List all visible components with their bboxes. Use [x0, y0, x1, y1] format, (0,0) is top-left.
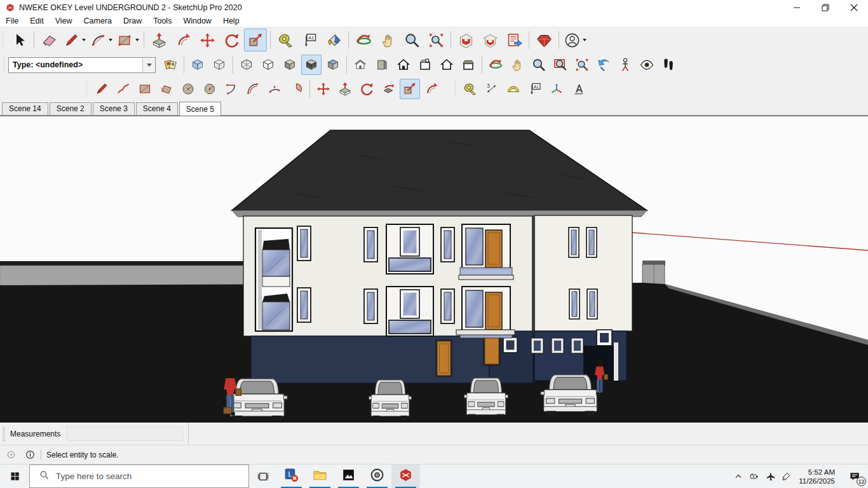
position-camera-button[interactable] — [615, 55, 635, 75]
pan-button[interactable] — [507, 55, 527, 75]
arc-fan-button[interactable] — [243, 79, 263, 99]
window-narrow[interactable] — [364, 289, 377, 323]
share-model-button[interactable] — [503, 29, 526, 51]
taskbar-app-photos[interactable] — [334, 464, 363, 488]
stairwell-window[interactable] — [255, 228, 292, 331]
tray-hidden-icons[interactable] — [730, 464, 746, 488]
line-dropdown-arrow[interactable] — [82, 39, 86, 41]
text3d-button[interactable] — [568, 79, 588, 99]
view-left-button[interactable] — [458, 55, 478, 75]
rotated-rect-button[interactable] — [156, 79, 177, 99]
view-right-button[interactable] — [372, 55, 392, 75]
close-button[interactable] — [839, 0, 868, 15]
sign-in-dropdown-arrow[interactable] — [583, 39, 587, 41]
view-front-button[interactable] — [393, 55, 414, 75]
taskbar-app-media-player[interactable] — [363, 464, 391, 488]
select-button[interactable] — [8, 29, 31, 51]
window-narrow[interactable] — [441, 289, 454, 323]
offset-button[interactable] — [421, 79, 442, 99]
previous-button[interactable] — [593, 55, 614, 75]
window-narrow[interactable] — [441, 227, 454, 262]
text-button[interactable]: A1 — [525, 79, 545, 99]
style-wireframe-button[interactable] — [236, 55, 257, 75]
menu-window[interactable]: Window — [177, 15, 217, 27]
zoom-button[interactable] — [400, 29, 423, 51]
walk-button[interactable] — [658, 55, 679, 75]
tray-pen-settings[interactable] — [778, 464, 794, 488]
style-xray-button[interactable] — [187, 55, 208, 75]
orbit-button[interactable] — [352, 29, 375, 51]
tape-button[interactable] — [460, 79, 480, 99]
underground-door-1[interactable] — [435, 339, 452, 377]
zoom-button[interactable] — [529, 55, 549, 75]
info-icon[interactable] — [22, 448, 38, 462]
pan-button[interactable] — [376, 29, 399, 51]
arc-3pt-button[interactable] — [264, 79, 285, 99]
model-canvas[interactable] — [0, 116, 868, 423]
style-backedges-button[interactable] — [209, 55, 229, 75]
taskbar-app-lumion[interactable]: L — [277, 464, 306, 488]
window-narrow[interactable] — [297, 226, 311, 261]
geolocation-icon[interactable] — [3, 448, 19, 462]
menu-help[interactable]: Help — [217, 15, 245, 27]
tray-battery-status[interactable] — [746, 464, 762, 488]
action-center-button[interactable]: 12 — [841, 464, 868, 488]
axes-button[interactable] — [546, 79, 567, 99]
menu-draw[interactable]: Draw — [118, 15, 147, 27]
view-back-button[interactable] — [437, 55, 457, 75]
freehand-button[interactable] — [113, 79, 133, 99]
menu-tools[interactable]: Tools — [147, 15, 177, 27]
taskbar-app-file-explorer[interactable] — [306, 464, 334, 488]
measurements-input[interactable] — [67, 426, 183, 441]
zoom-extents-button[interactable] — [424, 29, 447, 51]
ext-warehouse-button[interactable] — [454, 29, 477, 51]
toolbar-grip[interactable] — [86, 81, 88, 97]
tray-airplane-mode[interactable] — [762, 464, 778, 488]
tape-button[interactable] — [274, 29, 297, 51]
look-around-button[interactable] — [637, 55, 657, 75]
rotate-button[interactable] — [356, 79, 377, 99]
window-narrow[interactable] — [364, 227, 377, 262]
menu-view[interactable]: View — [50, 15, 78, 27]
scale-button[interactable] — [400, 79, 420, 99]
building[interactable] — [232, 130, 647, 383]
move-button[interactable] — [313, 79, 334, 99]
offset-button[interactable] — [172, 29, 194, 51]
restore-button[interactable] — [811, 0, 839, 15]
pie-button[interactable] — [286, 79, 306, 99]
classifier-button[interactable] — [160, 55, 180, 75]
paint-button[interactable] — [322, 29, 345, 51]
line-button[interactable] — [92, 79, 112, 99]
window-large[interactable] — [386, 287, 433, 336]
combo-dropdown-icon[interactable] — [142, 58, 155, 72]
pushpull-button[interactable] — [335, 79, 355, 99]
rotate-button[interactable] — [220, 29, 243, 51]
underground-door-2[interactable] — [483, 334, 501, 366]
zoom-window-button[interactable] — [550, 55, 571, 75]
view-iso-button[interactable] — [350, 55, 370, 75]
text-button[interactable]: A1 — [298, 29, 321, 51]
task-view-button[interactable] — [249, 464, 277, 488]
dimension-button[interactable]: 3 — [482, 79, 502, 99]
taskbar-search-input[interactable]: Type here to search — [29, 464, 249, 488]
scene-tab-scene-2[interactable]: Scene 2 — [50, 102, 92, 115]
shapes-button[interactable] — [115, 29, 140, 51]
menu-file[interactable]: File — [0, 15, 24, 27]
underground-windows-wing[interactable] — [531, 338, 583, 353]
scene-tab-scene-4[interactable]: Scene 4 — [136, 102, 178, 115]
measurements-grip[interactable] — [3, 427, 5, 441]
start-button[interactable] — [0, 464, 29, 488]
toolbar-grip[interactable] — [2, 32, 4, 48]
classifier-type-select[interactable]: Type: <undefined> — [8, 57, 156, 73]
arc-2pt-button[interactable] — [221, 79, 241, 99]
taskbar-app-sketchup[interactable] — [391, 464, 420, 488]
warehouse-3d-button[interactable] — [478, 29, 501, 51]
scale-button[interactable] — [244, 29, 267, 51]
right-boundary-wall[interactable] — [642, 261, 665, 285]
underground-wall-main[interactable] — [251, 336, 489, 383]
line-button[interactable] — [62, 29, 87, 51]
orbit-button[interactable] — [485, 55, 506, 75]
zoom-extents-button[interactable] — [572, 55, 592, 75]
model-viewport[interactable] — [0, 116, 868, 423]
window-narrow[interactable] — [569, 227, 579, 257]
